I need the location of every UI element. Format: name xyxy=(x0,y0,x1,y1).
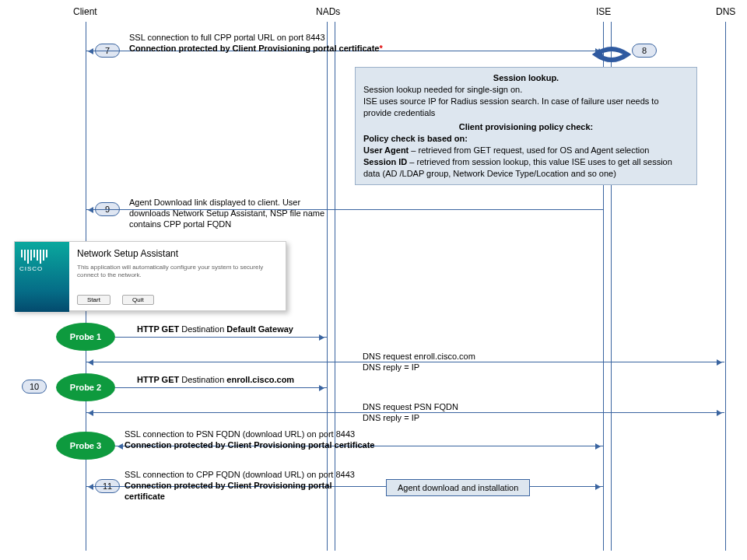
step-8: 8 xyxy=(632,44,657,58)
nsa-quit-button[interactable]: Quit xyxy=(122,295,154,305)
session-panel: Session lookup. Session lookup needed fo… xyxy=(355,67,697,185)
hdr-client: Client xyxy=(73,6,97,17)
hdr-nads: NADs xyxy=(316,6,340,17)
dns1-txt: DNS request enroll.cisco.comDNS reply = … xyxy=(363,352,475,373)
probe-1: Probe 1 xyxy=(56,323,115,351)
step-10: 10 xyxy=(22,380,47,394)
probe1-txt: HTTP GET Destination Default Gateway xyxy=(137,324,293,335)
hdr-dns: DNS xyxy=(716,6,735,17)
loop-icon xyxy=(591,47,626,65)
agent-box: Agent download and installation xyxy=(386,479,530,496)
msg7: SSL connection to full CPP portal URL on… xyxy=(129,33,383,54)
probe-2: Probe 2 xyxy=(56,373,115,401)
cisco-logo: CISCO xyxy=(15,242,69,312)
probe3-txt: SSL connection to PSN FQDN (download URL… xyxy=(124,429,375,451)
msg9: Agent Download link displayed to client.… xyxy=(129,198,324,229)
arrow-p1 xyxy=(115,337,327,338)
life-dns xyxy=(725,22,726,551)
msg11: SSL connection to CPP FQDN (download URL… xyxy=(124,470,355,502)
dns2-txt: DNS request PSN FQDNDNS reply = IP xyxy=(363,402,458,424)
probe2-txt: HTTP GET Destination enroll.cisco.com xyxy=(137,375,294,386)
probe-3: Probe 3 xyxy=(56,432,115,460)
nsa-title: Network Setup Assistant xyxy=(77,248,279,259)
nsa-desc: This application will automatically conf… xyxy=(77,264,279,280)
hdr-ise: ISE xyxy=(596,6,611,17)
arrow-p2 xyxy=(115,387,327,388)
nsa-start-button[interactable]: Start xyxy=(77,295,110,305)
nsa-window: CISCO Network Setup Assistant This appli… xyxy=(14,241,286,311)
